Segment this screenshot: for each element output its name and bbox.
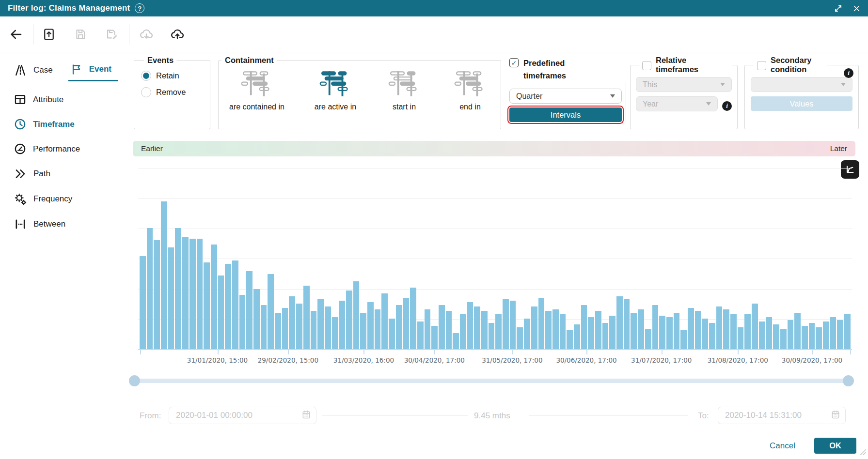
histogram-bar bbox=[560, 314, 566, 350]
histogram-bar bbox=[816, 327, 822, 350]
histogram-plot bbox=[138, 168, 852, 350]
info-icon[interactable]: i bbox=[722, 101, 732, 111]
containment-option-end-in[interactable]: end in bbox=[452, 70, 488, 111]
sidebar: Case Event Attribute bbox=[0, 52, 133, 459]
histogram-bar bbox=[396, 305, 402, 350]
to-datetime-input[interactable]: 2020-10-14 15:31:00 bbox=[718, 407, 846, 424]
later-label: Later bbox=[830, 144, 847, 153]
histogram-bar bbox=[581, 305, 587, 350]
toolbar-divider bbox=[129, 24, 129, 45]
predefined-timeframes-checkbox[interactable]: ✓ bbox=[509, 58, 519, 67]
predefined-timeframes-label: Predefined timeframes bbox=[523, 57, 586, 82]
x-axis-tick-label: 30/09/2020, 17:00 bbox=[782, 356, 842, 364]
range-duration: 9.45 mths bbox=[474, 411, 510, 421]
predefined-timeframes-section: ✓ Predefined timeframes Quarter Interval… bbox=[509, 57, 622, 122]
retain-radio[interactable] bbox=[141, 71, 151, 81]
cancel-button[interactable]: Cancel bbox=[765, 438, 800, 454]
histogram-bar bbox=[303, 286, 310, 350]
histogram-bar bbox=[346, 291, 352, 350]
range-slider-handle-right[interactable] bbox=[843, 375, 854, 386]
x-axis-tick-mark bbox=[850, 350, 851, 354]
calendar-icon[interactable] bbox=[831, 410, 840, 422]
histogram-bar bbox=[439, 305, 445, 350]
histogram-bar bbox=[211, 245, 217, 350]
containment-option-start-in[interactable]: start in bbox=[386, 70, 422, 111]
events-legend: Events bbox=[144, 56, 177, 65]
histogram-bar bbox=[460, 314, 466, 350]
x-axis-tick-label: 31/05/2020, 17:00 bbox=[482, 356, 542, 364]
containment-option-label: start in bbox=[393, 103, 416, 111]
histogram-bar bbox=[232, 260, 238, 350]
export-document-button[interactable] bbox=[40, 26, 58, 43]
relative-timeframes-checkbox[interactable] bbox=[642, 61, 651, 70]
histogram-bar bbox=[389, 319, 395, 350]
gauge-icon bbox=[14, 142, 27, 155]
histogram-bar bbox=[311, 311, 317, 350]
histogram-bar bbox=[381, 293, 388, 350]
sidebar-item-between[interactable]: Between bbox=[14, 217, 133, 231]
sidebar-tab-case[interactable]: Case bbox=[14, 63, 53, 77]
gantt-bars-icon bbox=[317, 70, 353, 100]
histogram-bar bbox=[197, 239, 203, 350]
histogram-bar bbox=[204, 262, 210, 350]
histogram-bar bbox=[147, 228, 153, 350]
chevron-down-icon bbox=[610, 94, 615, 98]
sidebar-item-attribute[interactable]: Attribute bbox=[14, 93, 133, 106]
histogram-bar bbox=[616, 296, 623, 350]
toolbar-divider bbox=[33, 24, 33, 45]
x-axis-tick-label: 31/08/2020, 17:00 bbox=[708, 356, 768, 364]
retain-label: Retain bbox=[156, 71, 179, 80]
to-datetime-value: 2020-10-14 15:31:00 bbox=[725, 411, 802, 420]
histogram-bar bbox=[360, 313, 366, 350]
histogram-bar bbox=[261, 305, 267, 350]
histogram-bar bbox=[225, 264, 231, 350]
info-icon[interactable]: i bbox=[844, 68, 853, 78]
toolbar bbox=[0, 16, 868, 52]
histogram-bar bbox=[317, 299, 324, 350]
range-slider-handle-left[interactable] bbox=[129, 375, 140, 386]
close-icon[interactable] bbox=[853, 5, 860, 12]
histogram-bar bbox=[154, 240, 160, 350]
save-as-button bbox=[103, 26, 120, 43]
histogram-bar bbox=[517, 327, 523, 350]
clock-icon bbox=[14, 118, 27, 131]
help-icon[interactable]: ? bbox=[135, 3, 144, 13]
x-axis-tick-mark bbox=[738, 350, 739, 354]
retain-radio-option[interactable]: Retain bbox=[141, 71, 210, 81]
calendar-icon[interactable] bbox=[301, 410, 311, 422]
ok-button[interactable]: OK bbox=[814, 438, 856, 454]
predefined-unit-select[interactable]: Quarter bbox=[509, 89, 622, 104]
sidebar-item-frequency[interactable]: Frequency bbox=[14, 192, 133, 206]
chevron-down-icon bbox=[841, 83, 846, 86]
histogram-bar bbox=[809, 323, 815, 350]
histogram-bar bbox=[766, 317, 773, 350]
sidebar-item-path[interactable]: Path bbox=[14, 167, 133, 181]
back-button[interactable] bbox=[7, 25, 25, 44]
remove-radio[interactable] bbox=[141, 87, 151, 97]
containment-legend: Containment bbox=[221, 56, 277, 65]
histogram-bar bbox=[489, 323, 495, 350]
remove-radio-option[interactable]: Remove bbox=[141, 87, 210, 97]
histogram-bar bbox=[595, 311, 601, 350]
containment-option-active-in[interactable]: are active in bbox=[315, 70, 356, 111]
sidebar-item-label: Frequency bbox=[33, 194, 72, 204]
histogram-bar bbox=[182, 237, 189, 350]
sidebar-item-performance[interactable]: Performance bbox=[14, 142, 133, 155]
histogram-bar bbox=[609, 316, 615, 350]
x-axis-tick-mark bbox=[218, 350, 219, 354]
intervals-button[interactable]: Intervals bbox=[509, 107, 622, 122]
containment-option-contained-in[interactable]: are contained in bbox=[229, 70, 284, 111]
secondary-condition-checkbox[interactable] bbox=[757, 61, 766, 70]
resize-handle[interactable] bbox=[859, 448, 867, 458]
upload-cloud-button[interactable] bbox=[168, 25, 187, 44]
sidebar-item-timeframe[interactable]: Timeframe bbox=[14, 118, 133, 131]
histogram-bar bbox=[730, 314, 737, 350]
histogram-bar bbox=[709, 323, 715, 350]
table-icon bbox=[14, 93, 27, 106]
remove-label: Remove bbox=[156, 88, 186, 97]
sidebar-tab-event[interactable]: Event bbox=[70, 63, 111, 77]
from-datetime-input[interactable]: 2020-01-01 00:00:00 bbox=[169, 407, 316, 424]
range-slider-track[interactable] bbox=[134, 379, 848, 383]
sidebar-tab-label: Event bbox=[89, 64, 111, 74]
expand-icon[interactable] bbox=[834, 4, 842, 13]
